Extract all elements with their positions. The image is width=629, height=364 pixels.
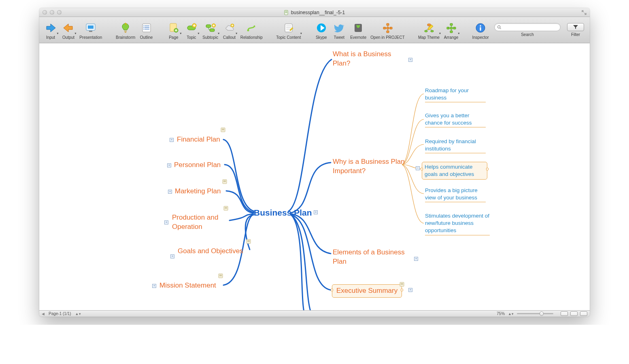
toolbar-output-button[interactable]: ▼Output [60,19,77,40]
expand-toggle[interactable]: + [408,288,412,292]
svg-rect-52 [480,27,481,31]
dropdown-caret-icon: ▼ [457,32,460,35]
view-mode-2-button[interactable] [570,311,578,316]
prev-page-icon[interactable]: ◀ [42,312,45,316]
toolbar-subtopic-button[interactable]: ▼Subtopic [200,19,221,40]
view-mode-1-button[interactable] [561,311,568,316]
toolbar-skype-button[interactable]: Skype [312,19,330,40]
svg-point-53 [497,25,500,28]
svg-point-22 [247,30,249,32]
arrange-green-icon [446,21,457,35]
note-icon[interactable] [223,206,228,211]
topic-right-2[interactable]: Elements of a Business Plan [333,248,414,267]
expand-toggle[interactable]: + [164,220,168,224]
window-title: businessplan__final_-5-1 [291,10,345,15]
toolbar-presentation-button[interactable]: Presentation [77,19,104,40]
center-topic[interactable]: Business Plan [254,208,312,218]
toolbar-button-label: Topic [187,35,196,40]
statusbar: ◀ Page-1 (1/1) ▲▾ 75% ▲▾ [39,310,590,317]
svg-rect-41 [450,23,453,25]
toolbar-button-label: Tweet [334,35,344,40]
toolbar-relationship-button[interactable]: Relationship [238,19,265,40]
note-icon[interactable] [222,179,227,184]
svg-rect-40 [431,30,434,32]
note-icon[interactable] [218,273,223,278]
subtopic[interactable]: Roadmap for your business [425,87,486,102]
note-icon[interactable] [221,127,225,132]
svg-rect-31 [387,27,389,29]
toolbar-input-button[interactable]: ▼Input [42,19,60,40]
zoom-value: 75% [497,311,505,316]
expand-toggle[interactable]: + [414,257,418,261]
note-icon[interactable] [400,282,404,287]
filter-button[interactable] [567,23,584,31]
tweet-icon [334,21,345,35]
list-icon [141,21,152,35]
arrange-orange-icon [382,21,393,35]
toolbar-arrange-button[interactable]: ▼Arrange [442,19,461,40]
expand-toggle[interactable]: + [408,58,412,62]
arrows-green-icon [246,21,257,35]
fullscreen-icon[interactable] [582,10,586,15]
page-stepper-icon[interactable]: ▲▾ [75,312,81,316]
svg-rect-29 [387,23,389,25]
toolbar-topic-button[interactable]: ▼Topic [183,19,200,40]
mindmap-canvas[interactable]: Business Plan + What is a Business Plan?… [39,43,590,310]
zoom-controls: 75% ▲▾ [497,311,587,316]
subtopic[interactable]: Provides a big picture view of your busi… [425,187,486,202]
topic-left-5[interactable]: Mission Statement [159,281,216,290]
toolbar-evernote-button[interactable]: Evernote [348,19,369,40]
topic-right-3-selected[interactable]: Executive Summary [332,284,402,298]
expand-toggle[interactable]: + [170,138,174,142]
toolbar-outline-button[interactable]: Outline [138,19,155,40]
collapse-toggle[interactable]: − [416,166,420,170]
subtopic[interactable]: Required by financial institutions [425,138,486,153]
toolbar-page-button[interactable]: ▼Page [165,19,183,40]
lightbulb-green-icon [120,21,131,35]
document-icon [284,10,289,15]
expand-toggle[interactable]: + [152,284,156,288]
subtopic[interactable]: Gives you a better chance for success [425,112,486,127]
search-input[interactable] [494,23,561,31]
topic-left-0[interactable]: Financial Plan [177,135,220,144]
toolbar-open-in-project-button[interactable]: Open in PROJECT [369,19,407,40]
dropdown-caret-icon: ▼ [56,32,59,35]
note-icon[interactable] [246,239,251,244]
topic-right-0[interactable]: What is a Business Plan? [333,50,406,68]
expand-toggle[interactable]: + [170,254,174,258]
svg-point-11 [143,25,144,26]
toolbar-topic-content-button[interactable]: ▼Topic Content [274,19,303,40]
toolbar-brainstorm-button[interactable]: Brainstorm [114,19,138,40]
toolbar-button-label: Open in PROJECT [370,35,404,40]
topic-right-1[interactable]: Why is a Business Plan Important? [333,157,406,176]
notepad-icon [283,21,294,35]
page-navigator[interactable]: ◀ Page-1 (1/1) ▲▾ [42,311,81,316]
expand-toggle[interactable]: + [167,163,171,167]
topic-left-4[interactable]: Goals and Objectives [178,247,243,256]
toolbar-button-label: Evernote [350,35,366,40]
dropdown-caret-icon: ▼ [197,32,200,35]
toolbar-button-label: Page [169,35,178,40]
topic-left-1[interactable]: Personnel Plan [174,161,221,170]
search-label: Search [521,32,534,37]
dropdown-caret-icon: ▼ [235,32,238,35]
subtopic[interactable]: Stimulates development of new/future bus… [425,212,490,235]
dropdown-caret-icon: ▼ [300,32,303,35]
toolbar-map-theme-button[interactable]: ▼Map Theme [416,19,442,40]
topic-left-3[interactable]: Production and Operation [172,213,229,232]
toolbar-callout-button[interactable]: ▼Callout [221,19,238,40]
expand-toggle[interactable]: + [168,190,172,194]
svg-rect-0 [285,10,288,15]
arrow-in-blue-icon [45,21,56,35]
toolbar-button-label: Topic Content [276,35,301,40]
topic-left-2[interactable]: Marketing Plan [175,187,221,196]
svg-rect-33 [387,31,389,33]
toolbar-inspector-button[interactable]: Inspector [470,19,491,40]
subtopic-selected[interactable]: Helps communicate goals and objectives [422,162,487,180]
expand-toggle[interactable]: + [314,210,318,214]
zoom-slider[interactable] [517,313,553,314]
evernote-icon [353,21,364,35]
view-mode-3-button[interactable] [580,311,587,316]
toolbar-tweet-button[interactable]: Tweet [330,19,348,40]
zoom-stepper-icon[interactable]: ▲▾ [508,312,514,316]
